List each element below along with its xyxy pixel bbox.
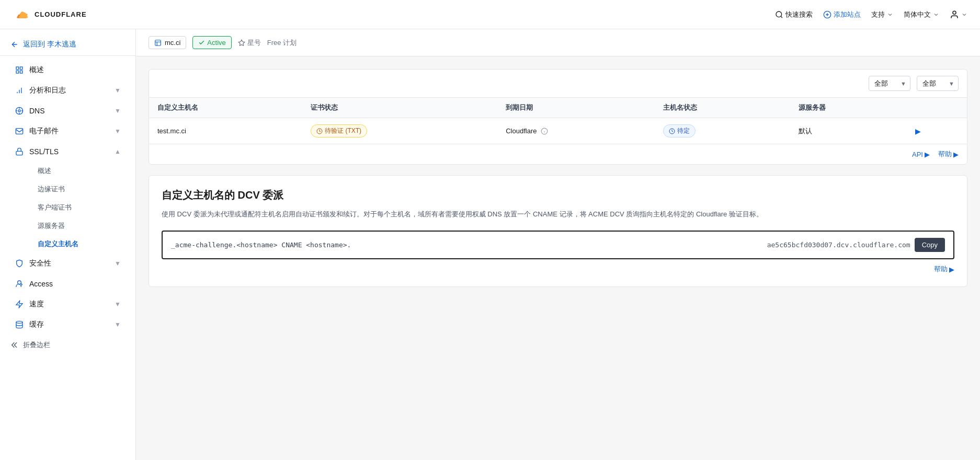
api-link-button[interactable]: API ▶: [912, 150, 930, 159]
svg-point-13: [16, 321, 22, 323]
star-button[interactable]: 星号: [238, 38, 261, 48]
collapse-sidebar-button[interactable]: 折叠边栏: [0, 335, 135, 355]
cell-host-status: 待定: [655, 118, 790, 144]
sidebar-sub-item-ssl-overview[interactable]: 概述: [29, 162, 131, 180]
sidebar-sub-item-edge-cert[interactable]: 边缘证书: [29, 180, 131, 198]
svg-point-2: [953, 11, 956, 14]
filter-select-2-wrapper: 全部 ▼: [917, 76, 959, 91]
email-icon: [15, 126, 24, 136]
dcv-code-prefix: _acme-challenge.<hostname> CNAME <hostna…: [171, 241, 763, 249]
cell-origin: 默认: [790, 118, 907, 144]
sidebar-sub-item-client-cert[interactable]: 客户端证书: [29, 199, 131, 216]
help-link-button[interactable]: 帮助 ▶: [938, 150, 959, 159]
dcv-code-value: ae5c65bcfd030d07.dcv.cloudflare.com: [767, 241, 910, 249]
main-layout: 返回到 李木逃逃 概述 分析和日志 ▼ DNS ▼ 电子邮件: [0, 56, 980, 460]
chevron-right-icon: ▼: [115, 321, 121, 328]
domain-chip[interactable]: mc.ci: [149, 36, 186, 49]
sidebar-item-speed[interactable]: 速度 ▼: [4, 294, 131, 314]
arrow-right-icon: ▶: [953, 151, 959, 158]
cell-cert-status: 待验证 (TXT): [302, 118, 497, 144]
sidebar-item-security[interactable]: 安全性 ▼: [4, 254, 131, 273]
speed-icon: [15, 300, 24, 309]
chevron-down-icon: [887, 12, 893, 18]
domain-bar: mc.ci Active 星号 Free 计划: [136, 29, 980, 56]
sidebar-item-cache[interactable]: 缓存 ▼: [4, 315, 131, 335]
user-button[interactable]: [950, 10, 967, 19]
dcv-code-box: _acme-challenge.<hostname> CNAME <hostna…: [162, 231, 954, 259]
dcv-help-link-button[interactable]: 帮助 ▶: [934, 264, 954, 274]
back-button[interactable]: 返回到 李木逃逃: [0, 33, 135, 56]
sidebar-item-ssl[interactable]: SSL/TLS ▲: [4, 142, 131, 162]
dcv-title: 自定义主机名的 DCV 委派: [162, 188, 954, 202]
chevron-down-icon: [961, 12, 967, 18]
arrow-right-icon: ▶: [949, 266, 954, 273]
plan-badge: Free 计划: [267, 38, 297, 48]
search-button[interactable]: 快速搜索: [775, 10, 813, 19]
svg-point-9: [18, 110, 20, 112]
cloudflare-logo-icon: [13, 8, 31, 21]
col-origin: 源服务器: [790, 98, 907, 118]
cell-row-action[interactable]: ▶: [907, 118, 967, 144]
user-icon: [950, 10, 959, 19]
dcv-footer: 帮助 ▶: [162, 259, 954, 274]
hostname-table: 自定义主机名 证书状态 到期日期 主机名状态 源服务器 test.mc.ci: [149, 98, 967, 144]
svg-rect-6: [20, 67, 22, 70]
svg-point-12: [18, 281, 21, 284]
star-icon: [238, 39, 245, 47]
filter-select-1[interactable]: 全部: [869, 76, 910, 91]
topnav-left: CLOUDFLARE: [13, 8, 87, 21]
clock-icon: [316, 128, 323, 134]
svg-rect-10: [16, 129, 22, 134]
filter-row: 全部 ▼ 全部 ▼: [149, 70, 967, 98]
sidebar-sub-item-custom-hostname[interactable]: 自定义主机名: [29, 235, 131, 253]
ssl-submenu: 概述 边缘证书 客户端证书 源服务器 自定义主机名: [0, 162, 135, 253]
col-cert-status: 证书状态: [302, 98, 497, 118]
col-host-status: 主机名状态: [655, 98, 790, 118]
dcv-description: 使用 DCV 委派为未代理或通配符主机名启用自动证书颁发和续订。对于每个主机名，…: [162, 209, 954, 220]
sidebar-item-overview[interactable]: 概述: [4, 60, 131, 80]
sidebar-item-email[interactable]: 电子邮件 ▼: [4, 121, 131, 141]
domain-icon: [154, 39, 162, 47]
sidebar-item-dns[interactable]: DNS ▼: [4, 101, 131, 121]
support-button[interactable]: 支持: [871, 10, 893, 19]
copy-button[interactable]: Copy: [915, 238, 945, 252]
chevron-up-icon: ▲: [115, 148, 121, 155]
checkmark-icon: [198, 39, 205, 46]
language-button[interactable]: 简体中文: [904, 10, 939, 19]
filter-select-1-wrapper: 全部 ▼: [869, 76, 910, 91]
arrow-right-icon: ▶: [925, 151, 930, 158]
sidebar-sub-item-origin-server[interactable]: 源服务器: [29, 217, 131, 235]
status-badge: Active: [192, 36, 231, 49]
chart-icon: [15, 86, 24, 95]
cell-expiry: Cloudflare: [497, 118, 655, 144]
chevron-right-icon: ▼: [115, 128, 121, 135]
chevron-right-icon: ▼: [115, 107, 121, 114]
svg-rect-5: [16, 67, 19, 70]
svg-marker-4: [238, 40, 245, 45]
add-site-button[interactable]: 添加站点: [823, 10, 861, 19]
svg-point-0: [776, 12, 782, 17]
access-icon: [15, 279, 24, 289]
sidebar-item-access[interactable]: Access: [4, 274, 131, 294]
cache-icon: [15, 320, 24, 329]
col-expiry: 到期日期: [497, 98, 655, 118]
filter-select-2[interactable]: 全部: [917, 76, 959, 91]
svg-rect-3: [155, 40, 161, 45]
cell-hostname: test.mc.ci: [149, 118, 302, 144]
topnav-right: 快速搜索 添加站点 支持 简体中文: [775, 10, 967, 19]
dns-icon: [15, 106, 24, 116]
plus-icon: [823, 10, 831, 19]
cloudflare-logo[interactable]: CLOUDFLARE: [13, 8, 87, 21]
table-row[interactable]: test.mc.ci 待验证 (TXT) Cloudflare: [149, 118, 967, 144]
sidebar: 返回到 李木逃逃 概述 分析和日志 ▼ DNS ▼ 电子邮件: [0, 29, 136, 460]
hostname-table-card: 全部 ▼ 全部 ▼ 自定义主机名 证书状态 到期日期: [149, 69, 967, 165]
collapse-icon: [10, 341, 19, 349]
back-arrow-icon: [10, 40, 19, 49]
svg-rect-8: [20, 71, 22, 73]
cert-status-badge: 待验证 (TXT): [311, 124, 367, 137]
search-icon: [775, 10, 783, 19]
sidebar-item-analytics[interactable]: 分析和日志 ▼: [4, 80, 131, 100]
dcv-card: 自定义主机名的 DCV 委派 使用 DCV 委派为未代理或通配符主机名启用自动证…: [149, 175, 967, 287]
top-navigation: CLOUDFLARE 快速搜索 添加站点 支持 简体中文: [0, 0, 980, 29]
cloudflare-logo-text: CLOUDFLARE: [35, 10, 87, 18]
